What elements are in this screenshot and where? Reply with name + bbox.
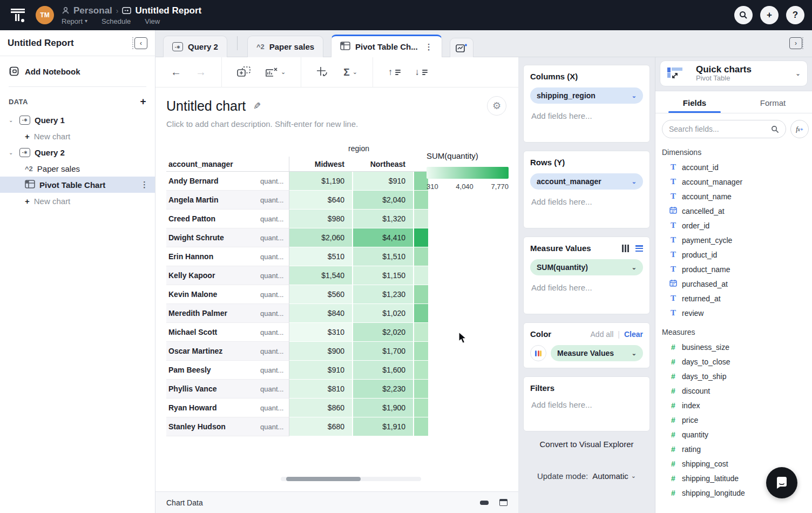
heatmap-cell[interactable]: $2,230 [352,380,413,399]
field-item-product_id[interactable]: Tproduct_id [655,247,812,262]
heatmap-cell-partial[interactable] [413,323,428,342]
heatmap-cell[interactable]: $2,020 [352,323,413,342]
new-chart-tab[interactable] [450,38,473,57]
field-item-business_size[interactable]: #business_size [655,340,812,354]
heatmap-cell[interactable]: $910 [352,172,413,191]
heatmap-cell[interactable]: $980 [289,210,352,228]
transpose-button[interactable] [316,66,329,78]
heatmap-cell-partial[interactable] [413,380,428,399]
sidebar-new-chart[interactable]: +New chart [0,193,155,209]
tab-paper-sales[interactable]: ^2Paper sales [247,36,323,57]
columns-field-pill[interactable]: shipping_region⌄ [530,87,643,104]
search-button[interactable] [734,6,753,24]
rows-add-fields[interactable]: Add fields here... [531,197,643,206]
heatmap-cell[interactable]: $560 [289,285,352,304]
columns-add-fields[interactable]: Add fields here... [531,111,643,120]
heatmap-cell[interactable]: $1,600 [352,361,413,380]
app-logo-icon[interactable] [8,5,28,25]
heatmap-cell-partial[interactable] [413,191,428,210]
heatmap-cell-partial[interactable] [413,228,428,247]
field-item-index[interactable]: #index [655,398,812,413]
tab-format[interactable]: Format [734,91,812,113]
heatmap-cell[interactable]: $1,190 [289,172,352,191]
heatmap-cell[interactable]: $910 [289,361,352,380]
add-notebook-button[interactable]: Add Notebook [9,66,146,77]
add-all-link[interactable]: Add all [591,330,614,339]
field-item-days_to_close[interactable]: #days_to_close [655,354,812,369]
report-title[interactable]: Untitled Report [135,5,201,16]
sidebar-item-query-1[interactable]: ⌄-∗Query 1 [0,112,155,128]
heatmap-cell-partial[interactable] [413,285,428,304]
chart-title[interactable]: Untitled chart [166,98,246,114]
field-item-product_name[interactable]: Tproduct_name [655,262,812,276]
collapse-right-panel-button[interactable]: › [789,37,803,49]
heatmap-cell[interactable]: $1,510 [352,247,413,266]
field-item-account_manager[interactable]: Taccount_manager [655,174,812,189]
sidebar-item-paper-sales[interactable]: ^2Paper sales [0,160,155,177]
field-item-cancelled_at[interactable]: cancelled_at [655,204,812,218]
remove-chart-button[interactable]: ⌄ [265,67,286,78]
heatmap-cell[interactable]: $4,410 [352,228,413,247]
heatmap-cell[interactable]: $1,900 [352,399,413,417]
field-item-rating[interactable]: #rating [655,442,812,456]
sidebar-item-query-2[interactable]: ⌄-∗Query 2 [0,144,155,160]
minimize-icon[interactable] [480,501,489,505]
heatmap-cell-partial[interactable] [413,304,428,323]
field-item-order_id[interactable]: Torder_id [655,218,812,233]
heatmap-cell-partial[interactable] [413,399,428,417]
heatmap-cell-partial[interactable] [413,266,428,285]
rows-field-pill[interactable]: account_manager⌄ [530,173,643,190]
horizontal-scrollbar[interactable] [281,477,421,481]
field-item-discount[interactable]: #discount [655,383,812,398]
heatmap-cell[interactable]: $1,540 [289,266,352,285]
sidebar-new-chart[interactable]: +New chart [0,128,155,144]
field-item-payment_cycle[interactable]: Tpayment_cycle [655,233,812,247]
heatmap-cell[interactable]: $1,910 [352,417,413,436]
menu-report[interactable]: Report▾ [62,17,87,25]
menu-view[interactable]: View [145,17,160,25]
heatmap-cell[interactable]: $310 [289,323,352,342]
convert-visual-explorer-button[interactable]: Convert to Visual Explorer [523,440,650,449]
heatmap-cell[interactable]: $900 [289,342,352,361]
field-item-review[interactable]: Treview [655,306,812,320]
update-mode-select[interactable]: Automatic⌄ [592,471,636,481]
undo-button[interactable]: ← [171,66,181,78]
field-item-purchased_at[interactable]: purchased_at [655,276,812,291]
add-formula-button[interactable]: fx+ [790,120,809,138]
color-field-pill[interactable]: Measure Values⌄ [551,345,643,361]
tab-fields[interactable]: Fields [655,91,734,113]
field-item-account_id[interactable]: Taccount_id [655,160,812,174]
field-item-account_name[interactable]: Taccount_name [655,189,812,204]
collapse-sidebar-button[interactable]: ‹ [132,37,147,49]
heatmap-cell-partial[interactable] [413,247,428,266]
sort-ascending-button[interactable]: ↑ [388,67,401,78]
heatmap-cell[interactable]: $1,700 [352,342,413,361]
clear-link[interactable]: Clear [624,330,643,339]
columns-layout-icon[interactable] [622,245,629,252]
tab-pivot-table-ch-[interactable]: Pivot Table Ch...⋮ [331,35,442,57]
heatmap-cell[interactable]: $810 [289,380,352,399]
edit-title-icon[interactable]: ✎ [253,100,261,112]
workspace-name[interactable]: Personal [73,5,112,16]
kebab-menu-icon[interactable]: ⋮ [140,180,148,190]
heatmap-cell[interactable]: $840 [289,304,352,323]
help-button[interactable]: ? [786,6,804,24]
rows-layout-icon[interactable] [635,245,643,252]
avatar[interactable]: TM [36,6,54,24]
heatmap-cell[interactable]: $2,060 [289,228,352,247]
heatmap-cell[interactable]: $860 [289,399,352,417]
sort-descending-button[interactable]: ↓ [415,67,428,78]
sidebar-item-pivot-table-chart[interactable]: Pivot Table Chart⋮ [0,177,155,193]
add-button[interactable]: + [760,6,779,24]
menu-schedule[interactable]: Schedule [102,17,131,25]
add-data-button[interactable]: + [140,96,147,107]
heatmap-cell-partial[interactable] [413,172,428,191]
aggregate-button[interactable]: Σ ⌄ [343,66,357,78]
maximize-icon[interactable] [499,499,508,506]
heatmap-cell-partial[interactable] [413,361,428,380]
measures-add-fields[interactable]: Add fields here... [531,283,643,292]
heatmap-cell[interactable]: $680 [289,417,352,436]
field-item-quantity[interactable]: #quantity [655,427,812,442]
search-fields-input[interactable] [669,125,767,133]
color-swatch-icon[interactable] [530,345,546,361]
